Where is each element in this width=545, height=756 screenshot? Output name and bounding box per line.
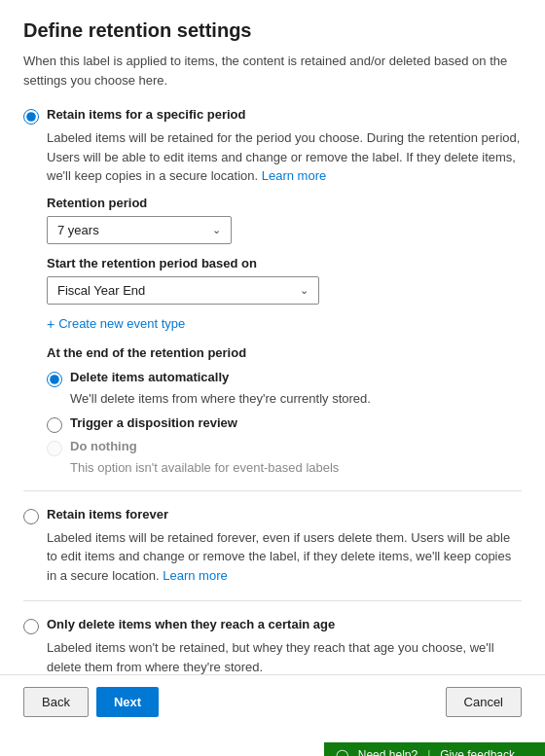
delete-auto-radio[interactable] bbox=[47, 372, 62, 387]
start-based-on-wrapper: Start the retention period based on Fisc… bbox=[47, 256, 522, 305]
start-based-on-value: Fiscal Year End bbox=[57, 283, 145, 298]
do-nothing-option: Do nothing bbox=[47, 439, 522, 456]
retention-period-value: 7 years bbox=[57, 223, 99, 237]
only-delete-radio[interactable] bbox=[23, 619, 39, 634]
only-delete-section: Only delete items when they reach a cert… bbox=[23, 617, 522, 676]
cancel-button[interactable]: Cancel bbox=[446, 687, 522, 717]
plus-icon: + bbox=[47, 316, 54, 332]
delete-auto-option: Delete items automatically bbox=[47, 370, 522, 387]
start-based-on-label: Start the retention period based on bbox=[47, 256, 522, 270]
retain-specific-radio[interactable] bbox=[23, 109, 39, 125]
only-delete-description: Labeled items won't be retained, but whe… bbox=[47, 638, 522, 676]
give-feedback-link[interactable]: Give feedback bbox=[440, 748, 515, 756]
disposition-review-option: Trigger a disposition review bbox=[47, 415, 522, 433]
create-event-type-label: Create new event type bbox=[58, 316, 185, 331]
retain-forever-radio[interactable] bbox=[23, 509, 39, 524]
next-button[interactable]: Next bbox=[96, 687, 159, 717]
need-help-link[interactable]: Need help? bbox=[358, 748, 418, 756]
chevron-down-icon-help[interactable]: ⌄ bbox=[525, 749, 533, 757]
disposition-review-label: Trigger a disposition review bbox=[70, 415, 237, 430]
divider-2 bbox=[23, 600, 522, 601]
retain-forever-section: Retain items forever Labeled items will … bbox=[23, 507, 522, 586]
start-based-on-dropdown[interactable]: Fiscal Year End ⌄ bbox=[47, 276, 319, 305]
retain-forever-description: Labeled items will be retained forever, … bbox=[47, 528, 522, 586]
divider-1 bbox=[23, 490, 522, 491]
create-event-type-link[interactable]: + Create new event type bbox=[47, 316, 522, 332]
chevron-down-icon: ⌄ bbox=[212, 224, 221, 236]
footer-bar: Back Next Cancel bbox=[0, 674, 545, 729]
only-delete-label: Only delete items when they reach a cert… bbox=[47, 617, 335, 631]
page-description: When this label is applied to items, the… bbox=[23, 52, 522, 90]
help-bar: ◯ Need help? | Give feedback ⌄ bbox=[324, 742, 545, 756]
do-nothing-label: Do nothing bbox=[70, 439, 137, 453]
delete-auto-description: We'll delete items from where they're cu… bbox=[70, 391, 522, 406]
retain-specific-learn-more[interactable]: Learn more bbox=[262, 168, 326, 183]
retain-specific-description: Labeled items will be retained for the p… bbox=[47, 128, 522, 186]
retain-forever-learn-more[interactable]: Learn more bbox=[163, 568, 227, 583]
retain-specific-option[interactable]: Retain items for a specific period bbox=[23, 107, 522, 125]
retention-period-dropdown[interactable]: 7 years ⌄ bbox=[47, 216, 232, 244]
do-nothing-radio[interactable] bbox=[47, 441, 62, 456]
retain-forever-option[interactable]: Retain items forever bbox=[23, 507, 522, 524]
retain-specific-section: Retain items for a specific period Label… bbox=[23, 107, 522, 475]
help-divider: | bbox=[427, 748, 430, 756]
only-delete-option[interactable]: Only delete items when they reach a cert… bbox=[23, 617, 522, 634]
help-icon: ◯ bbox=[336, 748, 348, 756]
retain-forever-label: Retain items forever bbox=[47, 507, 168, 522]
retention-period-wrapper: Retention period 7 years ⌄ bbox=[47, 196, 522, 244]
end-of-retention-options: Delete items automatically We'll delete … bbox=[47, 370, 522, 475]
retain-specific-label: Retain items for a specific period bbox=[47, 107, 245, 122]
footer-left-buttons: Back Next bbox=[23, 687, 159, 717]
delete-auto-label: Delete items automatically bbox=[70, 370, 229, 384]
disposition-review-radio[interactable] bbox=[47, 417, 62, 433]
page-title: Define retention settings bbox=[23, 19, 522, 42]
back-button[interactable]: Back bbox=[23, 687, 89, 717]
chevron-down-icon-2: ⌄ bbox=[300, 284, 309, 297]
end-of-retention-label: At the end of the retention period bbox=[47, 345, 522, 360]
retention-period-label: Retention period bbox=[47, 196, 522, 210]
do-nothing-description: This option isn't available for event-ba… bbox=[70, 460, 522, 475]
